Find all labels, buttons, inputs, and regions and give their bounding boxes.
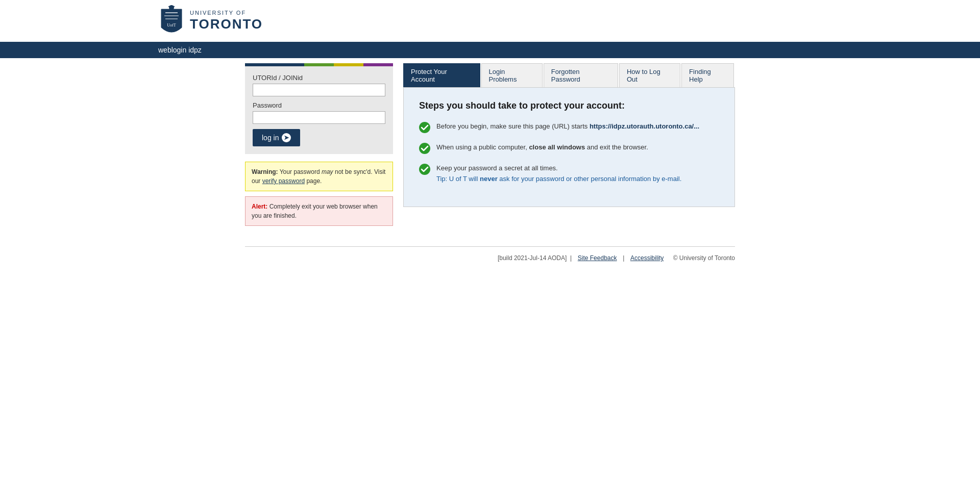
tip-text: Tip: U of T will never ask for your pass…	[436, 174, 681, 185]
svg-rect-3	[164, 15, 179, 16]
url-link[interactable]: https://idpz.utorauth.utoronto.ca/...	[590, 122, 699, 130]
tab-protect-account[interactable]: Protect Your Account	[403, 63, 480, 87]
svg-rect-4	[165, 18, 178, 19]
step-2: When using a public computer, close all …	[419, 142, 719, 154]
verify-password-link[interactable]: verify password	[262, 177, 305, 185]
svg-point-8	[419, 164, 430, 175]
main-wrapper: UTORId / JOINid Password log in ➤ Warnin…	[245, 58, 735, 246]
info-content: Steps you should take to protect your ac…	[403, 87, 735, 207]
university-crest: UofT	[158, 5, 185, 37]
header: UofT UNIVERSITY OF TORONTO	[0, 0, 980, 42]
svg-rect-2	[165, 12, 178, 13]
login-form-area: UTORId / JOINid Password log in ➤	[245, 66, 393, 154]
protect-heading: Steps you should take to protect your ac…	[419, 100, 719, 111]
svg-point-7	[419, 143, 430, 154]
warning-label: Warning:	[252, 168, 278, 175]
svg-point-6	[419, 122, 430, 133]
step-3: Keep your password a secret at all times…	[419, 163, 719, 185]
password-input[interactable]	[253, 111, 385, 124]
logo-text: UNIVERSITY OF TORONTO	[190, 10, 263, 32]
svg-text:UofT: UofT	[167, 23, 176, 28]
tab-how-to-logout[interactable]: How to Log Out	[619, 63, 680, 87]
color-bar-blue	[245, 63, 304, 66]
check-icon-2	[419, 143, 430, 154]
alert-box: Alert: Completely exit your web browser …	[245, 196, 393, 226]
copyright-text: © University of Toronto	[673, 254, 735, 262]
utorid-label: UTORId / JOINid	[253, 74, 385, 82]
university-of-label: UNIVERSITY OF	[190, 10, 263, 16]
toronto-label: TORONTO	[190, 16, 263, 32]
tabs: Protect Your Account Login Problems Forg…	[403, 63, 735, 87]
footer: [build 2021-Jul-14 AODA] | Site Feedback…	[245, 246, 735, 269]
check-icon-3	[419, 164, 430, 175]
login-arrow-icon: ➤	[282, 133, 291, 142]
accessibility-link[interactable]: Accessibility	[630, 254, 664, 262]
login-button-label: log in	[262, 134, 279, 142]
site-feedback-link[interactable]: Site Feedback	[578, 254, 617, 262]
color-bar	[245, 63, 393, 66]
warning-box: Warning: Your password may not be sync'd…	[245, 162, 393, 191]
color-bar-green	[304, 63, 334, 66]
alert-body: Completely exit your web browser when yo…	[252, 203, 378, 219]
logo-area: UofT UNIVERSITY OF TORONTO	[158, 5, 263, 37]
utorid-input[interactable]	[253, 84, 385, 96]
color-bar-yellow	[334, 63, 363, 66]
step-1-text: Before you begin, make sure this page (U…	[436, 121, 699, 132]
tab-forgotten-password[interactable]: Forgotten Password	[544, 63, 618, 87]
build-text: [build 2021-Jul-14 AODA]	[498, 254, 567, 262]
login-button[interactable]: log in ➤	[253, 129, 300, 146]
nav-title: weblogin idpz	[158, 46, 202, 54]
step-2-text: When using a public computer, close all …	[436, 142, 648, 153]
content-area: UTORId / JOINid Password log in ➤ Warnin…	[245, 58, 735, 231]
check-icon-1	[419, 122, 430, 133]
right-panel: Protect Your Account Login Problems Forg…	[403, 63, 735, 226]
step-3-text: Keep your password a secret at all times…	[436, 163, 681, 185]
step-1: Before you begin, make sure this page (U…	[419, 121, 719, 133]
color-bar-purple	[363, 63, 393, 66]
tab-finding-help[interactable]: Finding Help	[681, 63, 734, 87]
alert-label: Alert:	[252, 203, 267, 210]
password-label: Password	[253, 101, 385, 109]
login-panel: UTORId / JOINid Password log in ➤ Warnin…	[245, 63, 393, 226]
nav-bar: weblogin idpz	[0, 42, 980, 58]
tab-login-problems[interactable]: Login Problems	[481, 63, 543, 87]
